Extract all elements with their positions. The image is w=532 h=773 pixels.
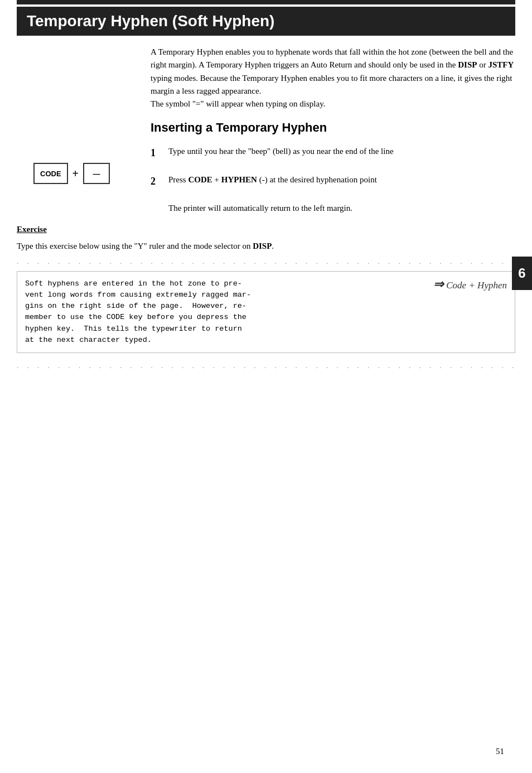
section-heading: Inserting a Temporary Hyphen xyxy=(151,120,515,135)
hyphen-key: — xyxy=(83,163,110,184)
step-1: 1 Type until you hear the "beep" (bell) … xyxy=(151,145,515,161)
handwritten-annotation: ⇒ Code + Hyphen xyxy=(433,275,507,293)
key-combo-illustration: CODE + — xyxy=(33,163,110,184)
page-number: 51 xyxy=(496,747,504,756)
side-tab: 6 xyxy=(512,257,532,290)
intro-paragraph: A Temporary Hyphen enables you to hyphen… xyxy=(151,46,515,110)
exercise-section: Exercise Type this exercise below using … xyxy=(17,215,515,372)
right-column: A Temporary Hyphen enables you to hyphen… xyxy=(139,46,515,215)
exercise-instruction: Type this exercise below using the "Y" r… xyxy=(17,240,515,253)
page-title: Temporary Hyphen (Soft Hyphen) xyxy=(27,12,505,30)
step-2: 2 Press CODE + HYPHEN (-) at the desired… xyxy=(151,173,515,190)
code-key: CODE xyxy=(33,163,68,184)
dot-line-bottom: · · · · · · · · · · · · · · · · · · · · … xyxy=(17,363,515,372)
title-bar: Temporary Hyphen (Soft Hyphen) xyxy=(17,7,515,36)
symbol-note: The symbol "=" will appear when typing o… xyxy=(151,99,325,108)
exercise-heading: Exercise xyxy=(17,225,515,234)
exercise-box: Soft hyphens are entered in the hot zone… xyxy=(17,271,515,354)
dot-line-top: · · · · · · · · · · · · · · · · · · · · … xyxy=(17,259,515,268)
left-column: CODE + — xyxy=(17,46,139,215)
return-note: The printer will automatically return to… xyxy=(168,202,515,215)
main-content: CODE + — A Temporary Hyphen enables you … xyxy=(17,36,515,215)
top-border xyxy=(17,0,515,4)
step-1-text: Type until you hear the "beep" (bell) as… xyxy=(168,145,515,158)
step-1-num: 1 xyxy=(151,146,161,161)
steps-list: 1 Type until you hear the "beep" (bell) … xyxy=(151,145,515,190)
plus-symbol: + xyxy=(72,167,79,180)
step-2-text: Press CODE + HYPHEN (-) at the desired h… xyxy=(168,173,515,186)
step-2-num: 2 xyxy=(151,174,161,190)
